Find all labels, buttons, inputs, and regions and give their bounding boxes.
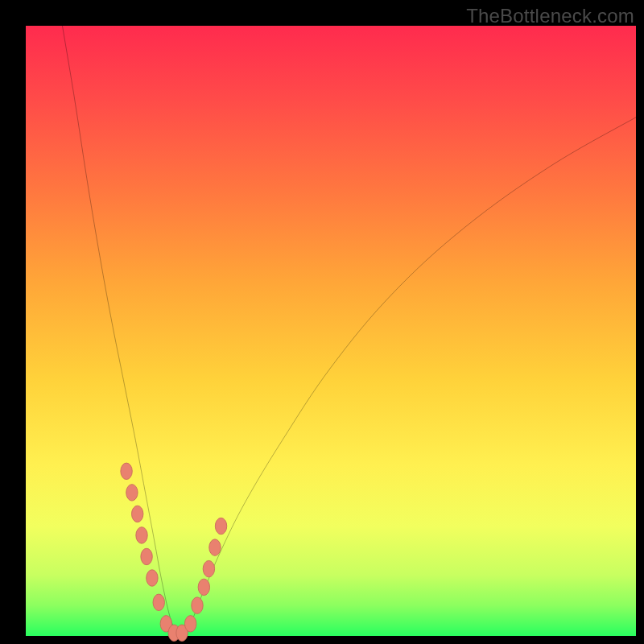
marker-dot [215, 518, 226, 534]
bottleneck-curve [62, 26, 636, 636]
plot-area [26, 26, 636, 636]
watermark-text: TheBottleneck.com [466, 5, 634, 27]
marker-dot [153, 594, 164, 610]
marker-dot [198, 579, 209, 595]
highlight-markers [121, 463, 227, 641]
marker-dot [209, 539, 221, 555]
marker-dot [203, 560, 214, 576]
marker-dot [126, 485, 138, 501]
marker-dot [141, 548, 152, 564]
marker-dot [132, 506, 143, 522]
marker-dot [184, 616, 196, 632]
marker-dot [121, 463, 132, 479]
curve-layer [26, 26, 636, 636]
chart-stage: TheBottleneck.com [0, 0, 644, 644]
marker-dot [192, 597, 203, 613]
marker-dot [147, 570, 158, 586]
marker-dot [136, 527, 147, 543]
